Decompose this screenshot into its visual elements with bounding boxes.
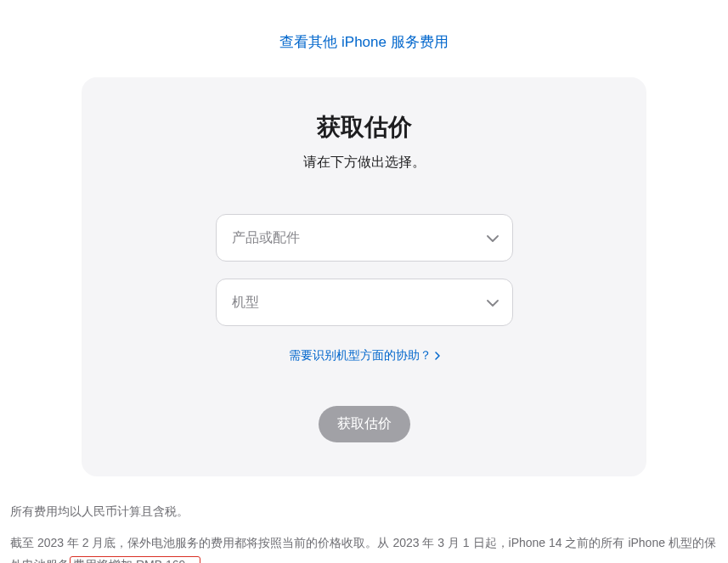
chevron-down-icon bbox=[487, 230, 499, 245]
help-link-label: 需要识别机型方面的协助？ bbox=[289, 348, 432, 363]
submit-wrapper: 获取估价 bbox=[116, 406, 612, 442]
footer-line-1: 所有费用均以人民币计算且含税。 bbox=[10, 500, 718, 523]
view-other-services-link[interactable]: 查看其他 iPhone 服务费用 bbox=[279, 34, 448, 50]
chevron-down-icon bbox=[487, 295, 499, 310]
get-estimate-button[interactable]: 获取估价 bbox=[319, 406, 410, 442]
model-select-placeholder: 机型 bbox=[232, 294, 259, 312]
price-increase-highlight: 费用将增加 RMB 169。 bbox=[70, 556, 200, 563]
footer-line-2: 截至 2023 年 2 月底，保外电池服务的费用都将按照当前的价格收取。从 20… bbox=[10, 532, 718, 563]
product-select-placeholder: 产品或配件 bbox=[232, 229, 300, 247]
product-select-wrapper: 产品或配件 bbox=[216, 214, 513, 262]
estimate-card: 获取估价 请在下方做出选择。 产品或配件 机型 需要识别机型方面的协助？ bbox=[82, 77, 646, 476]
card-title: 获取估价 bbox=[116, 111, 612, 144]
top-link-container: 查看其他 iPhone 服务费用 bbox=[0, 0, 728, 77]
card-subtitle: 请在下方做出选择。 bbox=[116, 154, 612, 172]
footer-text: 所有费用均以人民币计算且含税。 截至 2023 年 2 月底，保外电池服务的费用… bbox=[0, 476, 728, 563]
chevron-right-icon bbox=[435, 349, 440, 363]
identify-model-help-link[interactable]: 需要识别机型方面的协助？ bbox=[289, 348, 440, 363]
model-select-wrapper: 机型 bbox=[216, 279, 513, 326]
model-select[interactable]: 机型 bbox=[216, 279, 513, 326]
product-select[interactable]: 产品或配件 bbox=[216, 214, 513, 262]
